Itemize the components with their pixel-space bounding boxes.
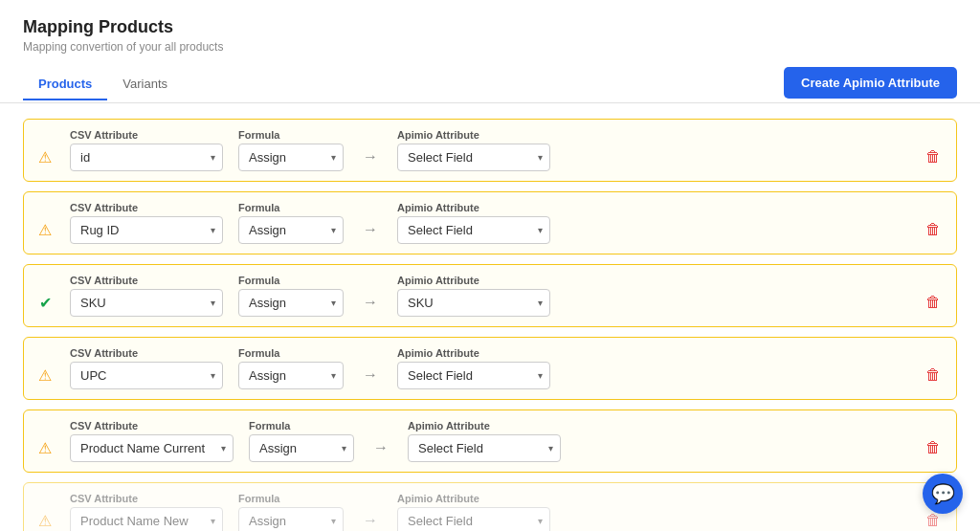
chat-button[interactable]: 💬 — [923, 474, 963, 514]
arrow-icon: → — [359, 512, 382, 529]
formula-label-2: Formula — [238, 202, 344, 213]
formula-select-wrapper-4: Assign ▾ — [238, 362, 344, 389]
apimio-select-wrapper-2: Select Field ▾ — [397, 216, 550, 244]
page-subtitle: Mapping convertion of your all products — [23, 40, 957, 54]
warning-icon: ⚠ — [35, 439, 55, 457]
csv-label-1: CSV Attribute — [70, 129, 223, 141]
formula-field-group-1: Formula Assign ▾ — [238, 129, 344, 171]
formula-label-4: Formula — [238, 347, 344, 359]
formula-select-3[interactable]: Assign — [238, 289, 344, 317]
mapping-row: ⚠ CSV Attribute UPC ▾ Formula Assign ▾ — [23, 337, 957, 400]
csv-select-4[interactable]: UPC — [70, 362, 223, 389]
warning-icon: ⚠ — [35, 221, 55, 239]
tabs-bar: Products Variants Create Apimio Attribut… — [0, 57, 980, 103]
csv-select-3[interactable]: SKU — [70, 289, 223, 317]
mapping-row: ⚠ CSV Attribute Rug ID ▾ Formula Assign … — [23, 191, 957, 254]
csv-select-wrapper-6: Product Name New ▾ — [70, 507, 223, 531]
formula-label-5: Formula — [249, 420, 354, 431]
formula-select-wrapper-2: Assign ▾ — [238, 216, 344, 244]
formula-field-group-4: Formula Assign ▾ — [238, 347, 344, 389]
csv-select-6[interactable]: Product Name New — [70, 507, 223, 531]
warning-icon: ⚠ — [35, 148, 55, 166]
mapping-row: ✔ CSV Attribute SKU ▾ Formula Assign ▾ — [23, 264, 957, 327]
csv-field-group-6: CSV Attribute Product Name New ▾ — [70, 493, 223, 531]
csv-field-group-2: CSV Attribute Rug ID ▾ — [70, 202, 223, 244]
apimio-select-1[interactable]: Select Field — [397, 144, 550, 171]
formula-label-6: Formula — [238, 493, 344, 504]
apimio-label-5: Apimio Attribute — [408, 420, 561, 431]
formula-field-group-6: Formula Assign ▾ — [238, 493, 344, 531]
arrow-icon: → — [369, 439, 392, 456]
csv-select-wrapper-3: SKU ▾ — [70, 289, 223, 317]
delete-button-2[interactable]: 🗑 — [922, 219, 945, 240]
page-header: Mapping Products Mapping convertion of y… — [0, 0, 980, 54]
formula-select-wrapper-6: Assign ▾ — [238, 507, 344, 531]
apimio-field-group-4: Apimio Attribute Select Field ▾ — [397, 347, 550, 389]
formula-label-3: Formula — [238, 275, 344, 286]
csv-field-group-1: CSV Attribute id ▾ — [70, 129, 223, 171]
formula-select-1[interactable]: Assign — [238, 144, 344, 171]
apimio-label-6: Apimio Attribute — [397, 493, 550, 504]
csv-label-3: CSV Attribute — [70, 275, 223, 286]
delete-button-5[interactable]: 🗑 — [922, 437, 945, 458]
csv-field-group-3: CSV Attribute SKU ▾ — [70, 275, 223, 317]
formula-field-group-5: Formula Assign ▾ — [249, 420, 354, 462]
apimio-select-wrapper-4: Select Field ▾ — [397, 362, 550, 389]
csv-label-5: CSV Attribute — [70, 420, 234, 431]
formula-select-5[interactable]: Assign — [249, 434, 354, 462]
csv-select-1[interactable]: id — [70, 144, 223, 171]
delete-button-1[interactable]: 🗑 — [922, 146, 945, 167]
mapping-row: ⚠ CSV Attribute Product Name Current ▾ F… — [23, 409, 957, 473]
csv-select-5[interactable]: Product Name Current — [70, 434, 234, 462]
arrow-icon: → — [359, 148, 382, 166]
warning-icon: ⚠ — [35, 366, 55, 385]
apimio-select-5[interactable]: Select Field — [408, 434, 561, 462]
delete-button-4[interactable]: 🗑 — [922, 365, 945, 386]
apimio-select-wrapper-5: Select Field ▾ — [408, 434, 561, 462]
apimio-select-4[interactable]: Select Field — [397, 362, 550, 389]
apimio-label-3: Apimio Attribute — [397, 275, 550, 286]
create-apimio-attribute-button[interactable]: Create Apimio Attribute — [784, 67, 957, 99]
formula-select-4[interactable]: Assign — [238, 362, 344, 389]
csv-label-4: CSV Attribute — [70, 347, 223, 359]
apimio-select-2[interactable]: Select Field — [397, 216, 550, 244]
arrow-icon: → — [359, 366, 382, 384]
csv-select-2[interactable]: Rug ID — [70, 216, 223, 244]
delete-button-3[interactable]: 🗑 — [922, 292, 945, 313]
formula-label-1: Formula — [238, 129, 344, 141]
csv-select-wrapper-5: Product Name Current ▾ — [70, 434, 234, 462]
formula-select-wrapper-5: Assign ▾ — [249, 434, 354, 462]
apimio-field-group-1: Apimio Attribute Select Field ▾ — [397, 129, 550, 171]
apimio-field-group-2: Apimio Attribute Select Field ▾ — [397, 202, 550, 244]
apimio-field-group-5: Apimio Attribute Select Field ▾ — [408, 420, 561, 462]
apimio-label-4: Apimio Attribute — [397, 347, 550, 359]
mapping-row: ⚠ CSV Attribute id ▾ Formula Assign ▾ — [23, 119, 957, 182]
tab-products[interactable]: Products — [23, 69, 107, 100]
csv-label-6: CSV Attribute — [70, 493, 223, 504]
apimio-select-3[interactable]: SKU — [397, 289, 550, 317]
page-title: Mapping Products — [23, 17, 957, 37]
apimio-select-wrapper-6: Select Field ▾ — [397, 507, 550, 531]
formula-select-6[interactable]: Assign — [238, 507, 344, 531]
mapping-row: ⚠ CSV Attribute Product Name New ▾ Formu… — [23, 482, 957, 531]
csv-select-wrapper-2: Rug ID ▾ — [70, 216, 223, 244]
csv-field-group-5: CSV Attribute Product Name Current ▾ — [70, 420, 234, 462]
formula-field-group-3: Formula Assign ▾ — [238, 275, 344, 317]
arrow-icon: → — [359, 294, 382, 311]
apimio-select-6[interactable]: Select Field — [397, 507, 550, 531]
csv-select-wrapper-4: UPC ▾ — [70, 362, 223, 389]
formula-select-2[interactable]: Assign — [238, 216, 344, 244]
apimio-label-2: Apimio Attribute — [397, 202, 550, 213]
formula-field-group-2: Formula Assign ▾ — [238, 202, 344, 244]
arrow-icon: → — [359, 221, 382, 238]
apimio-field-group-3: Apimio Attribute SKU ▾ — [397, 275, 550, 317]
apimio-select-wrapper-3: SKU ▾ — [397, 289, 550, 317]
csv-select-wrapper-1: id ▾ — [70, 144, 223, 171]
tab-variants[interactable]: Variants — [107, 69, 183, 100]
tabs-container: Products Variants — [23, 69, 183, 100]
warning-icon: ⚠ — [35, 512, 55, 530]
csv-field-group-4: CSV Attribute UPC ▾ — [70, 347, 223, 389]
csv-label-2: CSV Attribute — [70, 202, 223, 213]
success-icon: ✔ — [35, 294, 55, 312]
formula-select-wrapper-1: Assign ▾ — [238, 144, 344, 171]
